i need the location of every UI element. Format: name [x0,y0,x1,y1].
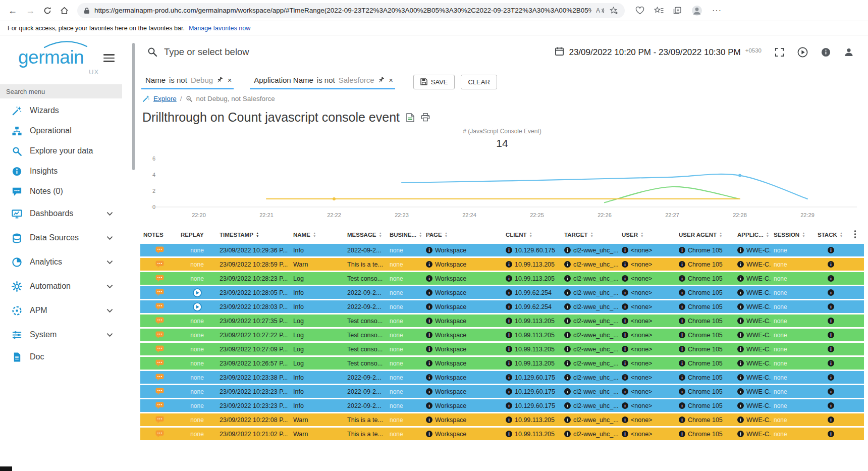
info-icon[interactable]: i [622,416,628,423]
table-row-log[interactable]: none23/09/2022 10:26:57 P...LogTest cons… [140,357,864,370]
table-row-info[interactable]: none23/09/2022 10:23:23 P...Info2022-09-… [140,399,864,412]
info-icon[interactable]: i [426,332,432,338]
logo[interactable]: germain UX [0,36,136,84]
info-icon[interactable]: i [564,431,571,437]
info-icon[interactable]: i [622,303,628,310]
note-bubble-icon[interactable] [155,331,164,339]
collections-icon[interactable] [673,7,682,15]
menu-hamburger-icon[interactable] [103,52,115,64]
info-icon[interactable]: i [828,388,834,395]
browser-essentials-icon[interactable] [635,7,644,15]
note-bubble-icon[interactable] [155,416,164,424]
column-header-message[interactable]: MESSAGE▲▼ [344,232,387,238]
info-icon[interactable]: i [737,275,744,282]
info-icon[interactable]: i [679,416,685,423]
note-bubble-icon[interactable] [155,402,164,409]
info-icon[interactable]: i [828,289,834,296]
info-icon[interactable]: i [622,261,628,268]
info-icon[interactable]: i [737,402,744,409]
browser-menu-icon[interactable]: ··· [712,6,722,15]
info-icon[interactable]: i [622,275,628,282]
table-row-log[interactable]: none23/09/2022 10:27:35 P...LogTest cons… [140,315,864,327]
remove-filter-icon[interactable]: × [228,76,232,84]
note-bubble-icon[interactable] [155,260,164,268]
info-icon[interactable]: i [622,360,628,367]
sidebar-scrollbar[interactable] [132,43,135,170]
play-icon[interactable] [797,47,808,58]
fullscreen-icon[interactable] [775,47,784,57]
info-icon[interactable]: i [426,360,432,367]
info-icon[interactable]: i [828,275,834,282]
refresh-icon[interactable] [43,7,51,15]
info-icon[interactable]: i [506,318,512,324]
table-row-info[interactable]: 23/09/2022 10:28:03 P...Info2022-09-2...… [140,300,864,313]
info-icon[interactable]: i [426,388,432,395]
info-icon[interactable]: i [737,374,744,381]
add-favorite-star-icon[interactable] [610,7,618,15]
info-icon[interactable]: i [679,431,685,437]
replay-button[interactable] [193,302,202,311]
column-header-timestamp[interactable]: TIMESTAMP▲▼ [216,232,290,238]
info-icon[interactable]: i [564,360,571,367]
breadcrumb-explore-link[interactable]: Explore [153,95,177,102]
info-icon[interactable]: i [679,360,685,367]
replay-button[interactable] [193,288,202,297]
info-icon[interactable]: i [737,289,744,296]
sidebar-item-notes-0[interactable]: Notes (0) [0,181,122,201]
info-icon[interactable]: i [679,374,685,381]
info-icon[interactable]: i [679,261,685,268]
filter-chip-application-name[interactable]: Application Name is not Salesforce × [250,74,395,89]
note-bubble-icon[interactable] [155,388,164,395]
note-bubble-icon[interactable] [155,374,164,381]
note-bubble-icon[interactable] [155,289,164,296]
info-icon[interactable]: i [506,261,512,268]
info-icon[interactable]: i [828,318,834,324]
clear-button[interactable]: CLEAR [461,75,497,89]
remove-filter-icon[interactable]: × [389,76,393,84]
sidebar-item-insights[interactable]: Insights [0,161,122,181]
info-icon[interactable]: i [828,431,834,437]
forward-icon[interactable]: → [26,6,35,15]
info-icon[interactable]: i [737,360,744,367]
info-icon[interactable]: i [828,374,834,381]
info-icon[interactable]: i [679,289,685,296]
info-icon[interactable]: i [828,416,834,423]
info-icon[interactable]: i [737,431,744,437]
column-header-user_agent[interactable]: USER AGENT▲▼ [676,232,734,238]
column-header-user[interactable]: USER▲▼ [619,232,676,238]
save-button[interactable]: SAVE [413,75,455,89]
column-header-business[interactable]: BUSINE...▲▼ [387,232,423,238]
info-icon[interactable]: i [506,416,512,423]
info-icon[interactable]: i [506,431,512,437]
info-icon[interactable]: i [564,346,571,352]
info-icon[interactable]: i [679,332,685,338]
info-icon[interactable]: i [564,332,571,338]
manage-favorites-link[interactable]: Manage favorites now [189,25,250,32]
export-excel-icon[interactable] [406,113,414,122]
info-icon[interactable]: i [426,247,432,253]
info-icon[interactable]: i [506,275,512,282]
sidebar-item-doc[interactable]: Doc [0,347,122,367]
info-icon[interactable]: i [679,318,685,324]
info-icon[interactable]: i [622,374,628,381]
profile-avatar[interactable] [691,5,702,16]
note-bubble-icon[interactable] [155,303,164,310]
sidebar-item-system[interactable]: System [0,323,122,347]
info-icon[interactable]: i [622,289,628,296]
info-icon[interactable]: i [426,346,432,352]
info-icon[interactable]: i [679,402,685,409]
info-icon[interactable]: i [622,402,628,409]
info-icon[interactable]: i [506,346,512,352]
sidebar-search-input[interactable] [0,84,122,98]
info-icon[interactable]: i [426,402,432,409]
info-icon[interactable]: i [737,261,744,268]
info-icon[interactable]: i [828,261,834,268]
info-icon[interactable]: i [622,388,628,395]
info-icon[interactable]: i [828,346,834,352]
info-icon[interactable]: i [564,374,571,381]
info-icon[interactable]: i [506,374,512,381]
info-icon[interactable]: i [564,318,571,324]
favorites-icon[interactable] [654,7,664,15]
info-icon[interactable] [821,47,831,57]
info-icon[interactable]: i [564,303,571,310]
